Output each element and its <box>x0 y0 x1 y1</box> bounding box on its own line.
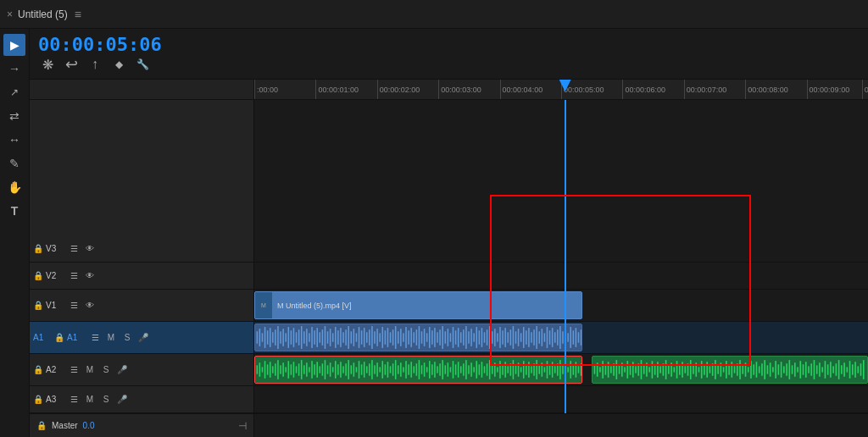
svg-rect-120 <box>567 333 569 341</box>
svg-rect-343 <box>841 365 843 373</box>
forward-tool[interactable]: → <box>3 58 25 80</box>
ripple-tool[interactable]: ⇄ <box>3 105 25 127</box>
a2-toggle-icon[interactable]: ☰ <box>67 363 81 377</box>
svg-rect-178 <box>390 366 392 373</box>
a3-lock-icon[interactable]: 🔒 <box>33 395 43 404</box>
svg-rect-83 <box>470 329 472 346</box>
svg-rect-122 <box>573 330 575 345</box>
svg-rect-307 <box>743 365 744 373</box>
razor-a-tool[interactable]: ↗ <box>3 81 25 103</box>
ruler-tick: 00:00:09:00 <box>807 80 850 99</box>
svg-rect-29 <box>330 329 331 346</box>
svg-rect-145 <box>303 365 305 373</box>
svg-rect-311 <box>754 364 755 374</box>
svg-rect-36 <box>348 326 349 349</box>
svg-rect-101 <box>518 329 520 346</box>
svg-rect-248 <box>573 364 575 374</box>
svg-rect-319 <box>776 361 777 379</box>
svg-rect-117 <box>559 326 561 349</box>
svg-rect-214 <box>484 366 486 373</box>
v2-label: V2 <box>46 271 64 280</box>
a1-s-btn[interactable]: S <box>120 331 134 345</box>
svg-rect-7 <box>272 332 274 342</box>
v1-lock-icon[interactable]: 🔒 <box>33 301 43 310</box>
track-a2-header: 🔒 A2 ☰ M S 🎤 <box>30 354 254 385</box>
track-a1-content[interactable] <box>254 322 868 353</box>
svg-rect-333 <box>814 360 815 379</box>
svg-rect-71 <box>439 329 441 346</box>
a1-lock-icon[interactable]: 🔒 <box>54 333 64 342</box>
svg-rect-105 <box>528 328 530 347</box>
left-toolbar: ▶ → ↗ ⇄ ↔ ✎ ✋ T <box>0 29 30 437</box>
svg-rect-174 <box>379 367 381 372</box>
svg-rect-73 <box>444 331 446 343</box>
svg-rect-25 <box>320 332 321 342</box>
svg-rect-238 <box>547 361 548 379</box>
empty-track-content <box>254 100 868 235</box>
v2-eye-icon[interactable]: 👁 <box>83 269 97 283</box>
pen-tool[interactable]: ✎ <box>3 152 25 174</box>
track-v2-header: 🔒 V2 ☰ 👁 <box>30 263 254 289</box>
svg-rect-22 <box>311 327 313 348</box>
track-v1-content[interactable]: M M Untitled (5).mp4 [V] <box>254 290 868 321</box>
svg-rect-309 <box>748 367 749 372</box>
svg-rect-185 <box>408 364 409 374</box>
svg-rect-282 <box>674 367 676 372</box>
svg-rect-175 <box>382 361 384 379</box>
track-a2-content[interactable] <box>254 354 868 385</box>
svg-rect-123 <box>576 328 577 347</box>
ruler-tick: 00:00:07:00 <box>684 80 727 99</box>
svg-rect-187 <box>413 366 415 373</box>
shield-icon[interactable]: ◆ <box>109 55 128 74</box>
undo-icon[interactable]: ↩ <box>62 55 81 74</box>
a1-toggle-icon[interactable]: ☰ <box>88 331 102 345</box>
slip-tool[interactable]: ↔ <box>3 129 25 151</box>
svg-rect-65 <box>424 329 426 346</box>
select-tool[interactable]: ▶ <box>3 34 25 56</box>
svg-rect-72 <box>442 326 443 349</box>
a3-mic-icon[interactable]: 🎤 <box>115 393 129 407</box>
svg-rect-1 <box>257 331 259 343</box>
v3-toggle-icon[interactable]: ☰ <box>67 242 81 256</box>
a3-s-btn[interactable]: S <box>99 393 113 407</box>
a2-mic-icon[interactable]: 🎤 <box>115 363 129 377</box>
v1-eye-icon[interactable]: 👁 <box>83 299 97 313</box>
a3-m-btn[interactable]: M <box>83 393 97 407</box>
svg-rect-19 <box>303 331 305 343</box>
svg-rect-271 <box>643 365 645 373</box>
a2-s-btn[interactable]: S <box>99 363 113 377</box>
a2-lock-icon[interactable]: 🔒 <box>33 365 43 374</box>
a1-m-btn[interactable]: M <box>104 331 118 345</box>
master-end-icon[interactable]: ⊣ <box>238 420 247 432</box>
wrench-icon[interactable]: 🔧 <box>133 55 152 74</box>
svg-rect-313 <box>759 366 760 373</box>
a2-clip-main[interactable] <box>254 356 582 384</box>
timeline-ruler[interactable]: :00:0000:00:01:0000:00:02:0000:00:03:000… <box>30 80 868 100</box>
lift-icon[interactable]: ↑ <box>86 55 104 74</box>
svg-rect-208 <box>468 365 470 373</box>
svg-rect-88 <box>484 332 486 342</box>
a1-mic-icon[interactable]: 🎤 <box>136 331 150 345</box>
a2-clip-ext[interactable] <box>592 356 868 384</box>
v1-toggle-icon[interactable]: ☰ <box>67 299 81 313</box>
v3-lock-icon[interactable]: 🔒 <box>33 244 43 253</box>
hand-tool[interactable]: ✋ <box>3 176 25 198</box>
menu-icon[interactable]: ≡ <box>75 8 81 21</box>
ripple-edit-icon[interactable]: ❋ <box>38 55 57 74</box>
v2-toggle-icon[interactable]: ☰ <box>67 269 81 283</box>
v1-clip[interactable]: M M Untitled (5).mp4 [V] <box>254 291 582 319</box>
svg-rect-133 <box>272 366 274 373</box>
v3-eye-icon[interactable]: 👁 <box>83 242 97 256</box>
svg-rect-81 <box>465 326 467 349</box>
a3-toggle-icon[interactable]: ☰ <box>67 393 81 407</box>
svg-rect-265 <box>627 361 629 379</box>
master-value[interactable]: 0.0 <box>83 421 95 430</box>
empty-tracks-top <box>30 100 868 235</box>
type-tool[interactable]: T <box>3 200 25 222</box>
v2-lock-icon[interactable]: 🔒 <box>33 271 43 280</box>
time-display[interactable]: 00:00:05:06 <box>38 34 162 55</box>
a1-clip[interactable] <box>254 324 582 351</box>
close-button[interactable]: × <box>7 8 13 20</box>
a2-m-btn[interactable]: M <box>83 363 97 377</box>
master-lock-icon[interactable]: 🔒 <box>36 421 47 430</box>
